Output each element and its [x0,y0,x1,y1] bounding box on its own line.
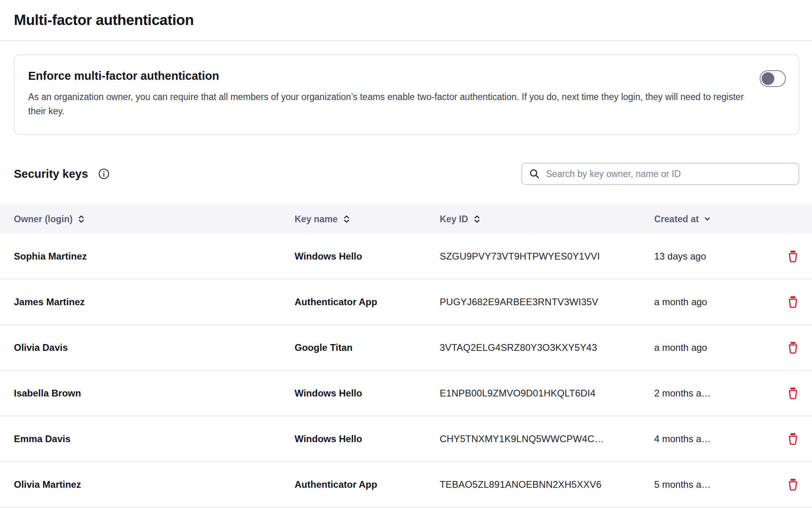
column-header-label: Key ID [440,214,468,225]
column-header-label: Owner (login) [14,214,73,225]
keyid-cell: E1NPB00L9ZMVO9D01HKQLT6DI4 [440,388,654,399]
created-cell: 5 months a… [654,479,773,490]
search-icon [529,169,540,179]
sort-chevrons-icon [78,215,85,223]
column-header-label: Created at [654,214,699,225]
keyname-cell: Authenticator App [295,296,440,308]
owner-cell: Sophia Martinez [14,251,295,262]
table-row: Isabella Brown Windows Hello E1NPB00L9ZM… [0,371,812,416]
sort-chevrons-icon [343,215,350,223]
created-cell: 13 days ago [654,251,773,262]
keyname-cell: Google Titan [295,342,440,353]
security-keys-title: Security keys [14,167,88,181]
keyname-cell: Windows Hello [295,433,440,444]
security-keys-header-row: Security keys [14,163,799,185]
security-keys-table: Owner (login) Key name Key ID [0,204,812,508]
column-header-owner[interactable]: Owner (login) [14,214,295,225]
keyid-cell: PUGYJ682E9ARBEE3RNTV3WI35V [440,296,654,308]
trash-icon[interactable] [787,250,799,263]
table-row: Olivia Martinez Authenticator App TEBAO5… [0,462,812,508]
keyid-cell: CHY5TNXMY1K9LNQ5WWCPW4C… [440,433,654,444]
keyname-cell: Windows Hello [295,251,440,262]
owner-cell: Emma Davis [14,433,295,444]
table-row: Emma Davis Windows Hello CHY5TNXMY1K9LNQ… [0,416,812,462]
column-header-keyid[interactable]: Key ID [440,214,654,225]
trash-icon[interactable] [787,341,799,354]
page-header: Multi-factor authentication [0,0,812,41]
enforce-mfa-description: As an organization owner, you can requir… [28,90,751,118]
toggle-knob-icon [762,72,774,85]
keyid-cell: TEBAO5ZL891ANOEBNN2XH5XXV6 [440,479,654,490]
table-row: Olivia Davis Google Titan 3VTAQ2ELG4SRZ8… [0,325,812,371]
security-keys-search [521,163,799,185]
search-input[interactable] [545,168,791,180]
owner-cell: Olivia Davis [14,342,295,353]
created-cell: a month ago [654,296,773,308]
trash-icon[interactable] [787,478,799,491]
column-header-label: Key name [295,214,338,225]
trash-icon[interactable] [787,295,799,309]
created-cell: 2 months a… [654,388,773,399]
table-header: Owner (login) Key name Key ID [0,204,812,234]
keyid-cell: 3VTAQ2ELG4SRZ80Y3O3KXY5Y43 [440,342,654,353]
created-cell: a month ago [654,342,773,353]
owner-cell: Isabella Brown [14,388,295,399]
trash-icon[interactable] [787,387,799,400]
page-title: Multi-factor authentication [14,12,194,29]
enforce-mfa-card: Enforce multi-factor authentication As a… [14,54,799,135]
table-row: Sophia Martinez Windows Hello SZGU9PVY73… [0,234,812,279]
keyname-cell: Authenticator App [295,479,440,490]
table-row: James Martinez Authenticator App PUGYJ68… [0,279,812,325]
created-cell: 4 months a… [654,433,773,444]
trash-icon[interactable] [787,432,799,446]
column-header-created[interactable]: Created at [654,214,773,225]
owner-cell: Olivia Martinez [14,479,295,490]
keyid-cell: SZGU9PVY73VT9HTPWYES0Y1VVI [440,251,654,262]
enforce-mfa-title: Enforce multi-factor authentication [28,69,751,83]
sort-chevrons-icon [473,215,481,223]
chevron-down-icon [704,217,711,221]
info-circle-icon[interactable] [98,168,109,179]
enforce-mfa-toggle[interactable] [760,70,786,87]
column-header-keyname[interactable]: Key name [295,214,440,225]
keyname-cell: Windows Hello [295,388,440,399]
owner-cell: James Martinez [14,296,295,308]
